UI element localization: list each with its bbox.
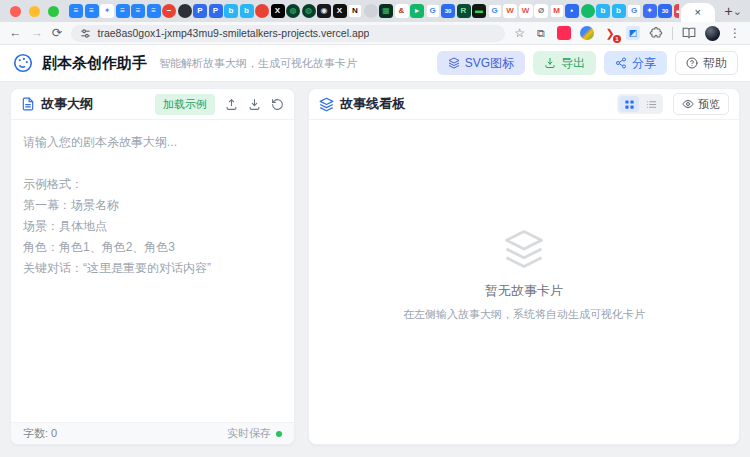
tab-favicon[interactable] <box>364 4 378 18</box>
tab-favicon[interactable]: ◍ <box>302 4 316 18</box>
tab-favicon[interactable]: b <box>596 4 610 18</box>
close-tab-icon[interactable]: × <box>694 7 700 18</box>
tab-favicon[interactable]: b <box>612 4 626 18</box>
active-tab[interactable]: × <box>681 3 715 22</box>
tab-favicon[interactable]: Ø <box>534 4 548 18</box>
view-toggle <box>617 94 663 114</box>
bird-extension-icon[interactable]: ❯ 1 <box>603 26 617 40</box>
address-bar[interactable]: trae8as0gox1-jxmp43mu9-smiletalkers-proj… <box>71 25 505 42</box>
extensions-puzzle-icon[interactable] <box>649 26 663 40</box>
zoom-window-button[interactable] <box>48 6 59 17</box>
tab-favicon[interactable]: ▬ <box>674 4 679 18</box>
help-circle-icon <box>686 57 698 69</box>
tab-favicon[interactable]: ▸ <box>410 4 424 18</box>
help-button[interactable]: 帮助 <box>675 51 738 75</box>
back-icon[interactable]: ← <box>9 27 22 40</box>
pinned-tabs: ≡≡✦≡≡≡−PPbbX◍◍◉XN▦&▸G30R▬GWWØM▪bbG✦30▬ <box>69 4 679 18</box>
board-panel: 故事线看板 <box>308 88 740 445</box>
outline-panel-actions: 加载示例 <box>155 94 284 115</box>
tab-favicon[interactable]: N <box>348 4 362 18</box>
download-icon <box>544 57 556 69</box>
tab-favicon[interactable]: ≡ <box>131 4 145 18</box>
blue-extension-icon[interactable]: ◩ <box>626 26 640 40</box>
export-button[interactable]: 导出 <box>533 51 596 75</box>
tab-favicon[interactable]: ◍ <box>286 4 300 18</box>
outline-textarea[interactable] <box>13 124 292 418</box>
load-sample-button[interactable]: 加载示例 <box>155 94 215 115</box>
tab-search-chevron-icon[interactable]: ⌄ <box>733 5 742 18</box>
tab-favicon[interactable]: ≡ <box>116 4 130 18</box>
site-settings-tune-icon[interactable] <box>80 28 91 39</box>
empty-layers-icon <box>503 228 545 270</box>
minimize-window-button[interactable] <box>29 6 40 17</box>
reload-icon[interactable]: ⟳ <box>52 27 62 40</box>
upload-icon[interactable] <box>225 98 238 111</box>
app-subtitle: 智能解析故事大纲，生成可视化故事卡片 <box>159 56 357 71</box>
tab-favicon[interactable]: ≡ <box>85 4 99 18</box>
tab-favicon[interactable]: G <box>627 4 641 18</box>
tab-favicon[interactable]: G <box>488 4 502 18</box>
tab-favicon[interactable]: X <box>271 4 285 18</box>
tab-favicon[interactable]: 30 <box>441 4 455 18</box>
tab-favicon[interactable]: ▪ <box>565 4 579 18</box>
list-view-button[interactable] <box>641 96 661 112</box>
profile-avatar[interactable] <box>705 26 720 41</box>
tab-favicon[interactable]: M <box>550 4 564 18</box>
tab-favicon[interactable]: ▦ <box>379 4 393 18</box>
svg-icons-button[interactable]: SVG图标 <box>437 51 525 75</box>
forward-icon[interactable]: → <box>31 27 44 40</box>
tab-favicon[interactable]: W <box>519 4 533 18</box>
tab-favicon[interactable] <box>581 4 595 18</box>
tab-favicon[interactable]: & <box>395 4 409 18</box>
tab-favicon[interactable]: X <box>333 4 347 18</box>
outline-panel-header: 故事大纲 加载示例 <box>11 89 294 120</box>
window-controls <box>10 6 59 17</box>
tab-favicon[interactable]: ✦ <box>643 4 657 18</box>
colorful-extension-icon[interactable] <box>580 26 594 40</box>
tab-favicon[interactable]: 30 <box>658 4 672 18</box>
tab-favicon[interactable]: R <box>457 4 471 18</box>
tab-favicon[interactable] <box>255 4 269 18</box>
empty-state-hint: 在左侧输入故事大纲，系统将自动生成可视化卡片 <box>403 307 645 322</box>
close-window-button[interactable] <box>10 6 21 17</box>
tab-favicon[interactable]: ≡ <box>69 4 83 18</box>
reset-icon[interactable] <box>271 98 284 111</box>
tab-favicon[interactable]: W <box>503 4 517 18</box>
tab-favicon[interactable]: b <box>240 4 254 18</box>
copy-extension-icon[interactable]: ⧉ <box>534 26 548 40</box>
download-file-icon[interactable] <box>248 98 261 111</box>
outline-editor-area <box>11 120 294 422</box>
board-panel-actions: 预览 <box>617 93 729 115</box>
tab-favicon[interactable]: ✦ <box>100 4 114 18</box>
extension-icons: ⧉ ❯ 1 ◩ <box>534 26 663 40</box>
tab-favicon[interactable]: − <box>162 4 176 18</box>
bookmark-star-icon[interactable]: ☆ <box>514 26 525 40</box>
reading-list-book-icon[interactable] <box>682 26 696 40</box>
preview-button[interactable]: 预览 <box>673 93 729 115</box>
tab-favicon[interactable]: ◉ <box>317 4 331 18</box>
app-header: 剧本杀创作助手 智能解析故事大纲，生成可视化故事卡片 SVG图标 导出 分享 <box>0 45 750 82</box>
share-icon <box>615 57 627 69</box>
outline-panel-title: 故事大纲 <box>41 95 93 113</box>
tab-favicon[interactable]: P <box>209 4 223 18</box>
browser-menu-icon[interactable]: ⋮ <box>729 26 741 40</box>
outline-panel: 故事大纲 加载示例 <box>10 88 295 445</box>
empty-state: 暂无故事卡片 在左侧输入故事大纲，系统将自动生成可视化卡片 <box>309 120 739 444</box>
tab-favicon[interactable]: b <box>224 4 238 18</box>
tab-favicon[interactable]: P <box>193 4 207 18</box>
word-count: 字数: 0 <box>23 426 57 441</box>
url-text: trae8as0gox1-jxmp43mu9-smiletalkers-proj… <box>97 27 369 39</box>
tab-favicon[interactable]: ▬ <box>472 4 486 18</box>
layers-icon <box>319 97 334 112</box>
app-title: 剧本杀创作助手 <box>42 54 147 73</box>
board-panel-header: 故事线看板 <box>309 89 739 120</box>
tab-favicon[interactable]: G <box>426 4 440 18</box>
new-tab-button[interactable]: + <box>725 4 733 18</box>
browser-tab-strip: ≡≡✦≡≡≡−PPbbX◍◍◉XN▦&▸G30R▬GWWØM▪bbG✦30▬ ×… <box>0 0 750 22</box>
share-button[interactable]: 分享 <box>604 51 667 75</box>
tab-favicon[interactable]: ≡ <box>147 4 161 18</box>
empty-state-title: 暂无故事卡片 <box>485 282 563 300</box>
grid-view-button[interactable] <box>619 96 639 112</box>
tab-favicon[interactable] <box>178 4 192 18</box>
pink-extension-icon[interactable] <box>557 26 571 40</box>
